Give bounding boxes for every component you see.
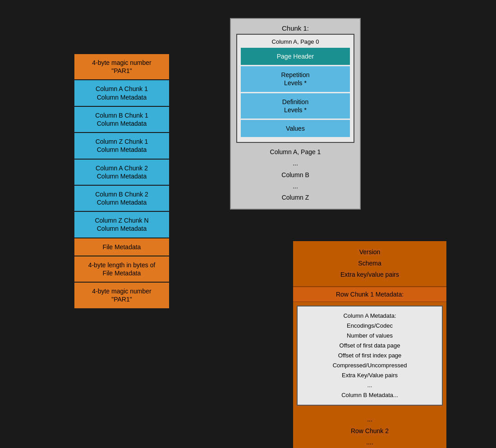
- column-a-page0-title: Column A, Page 0: [241, 38, 350, 45]
- values-block: Values: [241, 120, 350, 137]
- metadata-bottom: ... Row Chunk 2 ....: [293, 409, 446, 448]
- chunk1-container: Chunk 1: Column A, Page 0 Page Header Re…: [230, 18, 361, 210]
- column-a-page0-container: Column A, Page 0 Page Header RepetitionL…: [236, 34, 354, 143]
- left-column: 4-byte magic number"PAR1" Column A Chunk…: [74, 54, 169, 309]
- chunk1-extra: Column A, Page 1 ... Column B ... Column…: [236, 146, 354, 203]
- diagram-container: 4-byte magic number"PAR1" Column A Chunk…: [0, 0, 496, 448]
- length-bytes-block: 4-byte length in bytes ofFile Metadata: [74, 256, 169, 282]
- col-z-chunkn-block: Column Z Chunk NColumn Metadata: [74, 212, 169, 237]
- magic-number-top-block: 4-byte magic number"PAR1": [74, 54, 169, 79]
- col-a-chunk2-block: Column A Chunk 2Column Metadata: [74, 160, 169, 185]
- definition-levels-block: DefinitionLevels *: [241, 93, 350, 119]
- col-z-chunk1-block: Column Z Chunk 1Column Metadata: [74, 133, 169, 158]
- metadata-inner-box: Column A Metadata: Encodings/Codec Numbe…: [297, 306, 443, 406]
- col-a-chunk1-block: Column A Chunk 1Column Metadata: [74, 80, 169, 105]
- metadata-top: Version Schema Extra key/value pairs: [293, 241, 446, 287]
- page-header-block: Page Header: [241, 48, 350, 65]
- col-b-chunk1-block: Column B Chunk 1Column Metadata: [74, 107, 169, 132]
- repetition-levels-block: RepetitionLevels *: [241, 66, 350, 91]
- magic-number-bottom-block: 4-byte magic number"PAR1": [74, 283, 169, 308]
- metadata-container: Version Schema Extra key/value pairs Row…: [293, 241, 446, 448]
- chunk1-title: Chunk 1:: [236, 24, 354, 32]
- row-chunk-title: Row Chunk 1 Metadata:: [293, 287, 446, 302]
- file-metadata-block: File Metadata: [74, 238, 169, 256]
- col-b-chunk2-block: Column B Chunk 2Column Metadata: [74, 186, 169, 211]
